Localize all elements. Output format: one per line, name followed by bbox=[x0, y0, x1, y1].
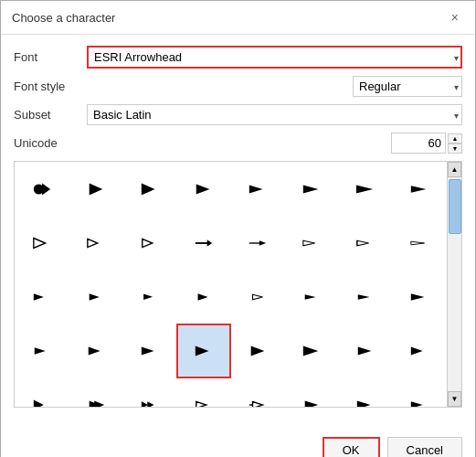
char-cell[interactable] bbox=[69, 162, 122, 216]
svg-marker-7 bbox=[356, 185, 373, 193]
svg-marker-27 bbox=[411, 293, 425, 300]
char-grid bbox=[15, 162, 447, 407]
svg-marker-8 bbox=[411, 186, 427, 192]
scroll-down-button[interactable]: ▼ bbox=[448, 391, 461, 407]
char-cell[interactable] bbox=[122, 162, 176, 216]
svg-marker-35 bbox=[411, 346, 423, 355]
unicode-label: Unicode bbox=[14, 136, 87, 150]
char-cell[interactable] bbox=[339, 270, 393, 324]
char-cell[interactable] bbox=[122, 324, 176, 377]
svg-marker-29 bbox=[88, 346, 100, 355]
svg-marker-40 bbox=[147, 401, 153, 407]
char-cell[interactable] bbox=[176, 162, 230, 216]
svg-marker-15 bbox=[259, 240, 266, 246]
char-cell[interactable] bbox=[285, 162, 339, 216]
ok-button[interactable]: OK bbox=[323, 437, 380, 457]
unicode-spinner: ▲ ▼ bbox=[448, 133, 462, 154]
scroll-up-button[interactable]: ▲ bbox=[448, 162, 461, 177]
svg-marker-21 bbox=[89, 293, 99, 300]
char-cell[interactable] bbox=[393, 378, 447, 408]
char-cell[interactable] bbox=[285, 378, 339, 408]
font-select-wrap: ESRI Arrowhead ▾ bbox=[87, 46, 462, 69]
char-cell[interactable] bbox=[69, 378, 122, 408]
svg-marker-45 bbox=[357, 400, 371, 407]
svg-marker-34 bbox=[358, 346, 372, 355]
svg-marker-3 bbox=[142, 183, 155, 195]
char-cell[interactable] bbox=[69, 270, 122, 324]
char-cell[interactable] bbox=[285, 324, 339, 377]
svg-marker-39 bbox=[142, 401, 148, 407]
char-cell[interactable] bbox=[393, 162, 447, 216]
char-cell[interactable] bbox=[231, 162, 285, 216]
svg-marker-36 bbox=[33, 400, 43, 407]
svg-marker-24 bbox=[253, 294, 263, 300]
subset-row: Subset Basic Latin ▾ bbox=[14, 104, 462, 125]
char-cell[interactable] bbox=[122, 216, 176, 270]
char-cell[interactable] bbox=[231, 378, 285, 408]
svg-marker-2 bbox=[89, 183, 102, 195]
char-cell[interactable] bbox=[15, 324, 69, 377]
unicode-input-wrap: ▲ ▼ bbox=[391, 133, 462, 154]
title-bar: Choose a character × bbox=[1, 1, 475, 35]
char-cell[interactable] bbox=[339, 216, 393, 270]
svg-marker-26 bbox=[358, 294, 370, 300]
char-cell[interactable] bbox=[176, 378, 230, 408]
svg-marker-5 bbox=[249, 185, 263, 193]
subset-select-wrap: Basic Latin ▾ bbox=[87, 104, 462, 125]
svg-marker-32 bbox=[251, 345, 265, 356]
svg-marker-30 bbox=[142, 346, 154, 355]
font-select[interactable]: ESRI Arrowhead bbox=[87, 46, 462, 69]
char-cell[interactable] bbox=[69, 324, 122, 377]
svg-marker-46 bbox=[411, 401, 423, 407]
scrollbar-thumb[interactable] bbox=[449, 179, 461, 234]
svg-marker-4 bbox=[196, 184, 210, 194]
svg-marker-42 bbox=[253, 401, 263, 407]
svg-marker-23 bbox=[198, 293, 208, 300]
font-label: Font bbox=[14, 50, 87, 64]
svg-marker-1 bbox=[42, 183, 50, 195]
char-cell[interactable] bbox=[15, 216, 69, 270]
unicode-decrement-button[interactable]: ▼ bbox=[448, 143, 462, 154]
svg-marker-31 bbox=[196, 345, 209, 356]
char-cell[interactable] bbox=[122, 378, 176, 408]
char-cell[interactable] bbox=[393, 324, 447, 377]
char-cell[interactable] bbox=[15, 270, 69, 324]
char-cell[interactable] bbox=[176, 324, 230, 377]
char-cell[interactable] bbox=[176, 216, 230, 270]
char-cell[interactable] bbox=[339, 324, 393, 377]
char-cell[interactable] bbox=[285, 270, 339, 324]
svg-marker-20 bbox=[33, 293, 43, 300]
char-cell[interactable] bbox=[15, 162, 69, 216]
char-cell[interactable] bbox=[122, 270, 176, 324]
char-cell[interactable] bbox=[393, 216, 447, 270]
char-cell[interactable] bbox=[231, 324, 285, 377]
svg-marker-41 bbox=[196, 401, 206, 407]
char-cell[interactable] bbox=[15, 378, 69, 408]
svg-marker-33 bbox=[303, 345, 319, 356]
font-style-row: Font style Regular ▾ bbox=[14, 76, 462, 97]
char-cell[interactable] bbox=[393, 270, 447, 324]
svg-marker-25 bbox=[305, 294, 316, 300]
font-style-select[interactable]: Regular bbox=[353, 76, 462, 97]
char-cell[interactable] bbox=[339, 162, 393, 216]
char-cell[interactable] bbox=[231, 270, 285, 324]
cancel-button[interactable]: Cancel bbox=[387, 437, 462, 457]
unicode-input[interactable] bbox=[391, 133, 446, 154]
char-cell[interactable] bbox=[69, 216, 122, 270]
svg-marker-28 bbox=[34, 347, 45, 354]
char-cell[interactable] bbox=[231, 216, 285, 270]
font-style-label: Font style bbox=[14, 80, 87, 93]
char-cell[interactable] bbox=[285, 216, 339, 270]
svg-marker-19 bbox=[411, 241, 425, 245]
dialog-footer: OK Cancel bbox=[1, 430, 475, 457]
svg-marker-6 bbox=[303, 185, 319, 193]
svg-marker-11 bbox=[143, 239, 153, 247]
close-button[interactable]: × bbox=[446, 8, 464, 27]
char-cell[interactable] bbox=[339, 378, 393, 408]
svg-marker-38 bbox=[94, 400, 104, 407]
subset-select[interactable]: Basic Latin bbox=[87, 104, 462, 125]
char-cell[interactable] bbox=[176, 270, 230, 324]
subset-label: Subset bbox=[14, 108, 87, 122]
unicode-increment-button[interactable]: ▲ bbox=[448, 133, 462, 143]
svg-marker-17 bbox=[357, 240, 369, 246]
